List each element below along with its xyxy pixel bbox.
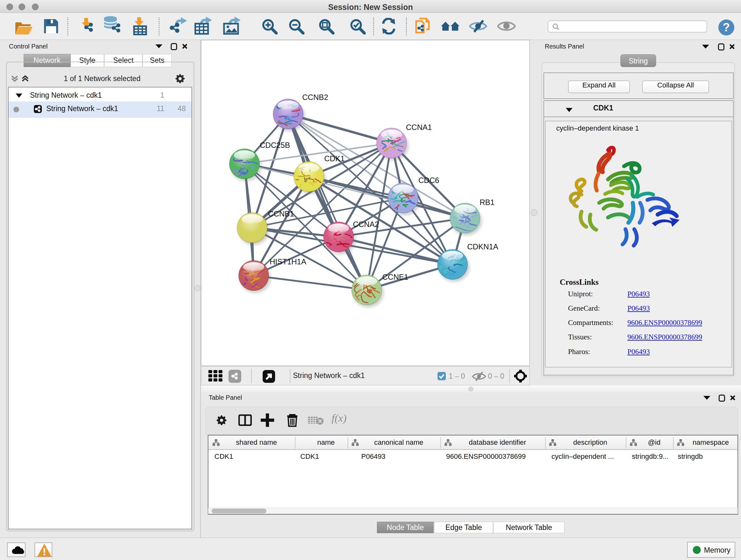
svg-text:CCNA1: CCNA1: [406, 123, 432, 132]
svg-text:CCNE1: CCNE1: [382, 273, 408, 281]
svg-text:CDC25B: CDC25B: [260, 141, 290, 149]
svg-text:CDKN1A: CDKN1A: [467, 242, 498, 251]
svg-text:RB1: RB1: [480, 198, 495, 206]
svg-text:CCNB2: CCNB2: [302, 93, 328, 102]
svg-text:CCNA2: CCNA2: [353, 220, 379, 229]
svg-text:?: ?: [723, 21, 730, 34]
svg-text:CDC6: CDC6: [418, 176, 439, 185]
svg-text:HIST1H1A: HIST1H1A: [270, 257, 307, 266]
svg-text:CDK1: CDK1: [324, 154, 345, 163]
svg-text:CCNB1: CCNB1: [268, 209, 294, 218]
